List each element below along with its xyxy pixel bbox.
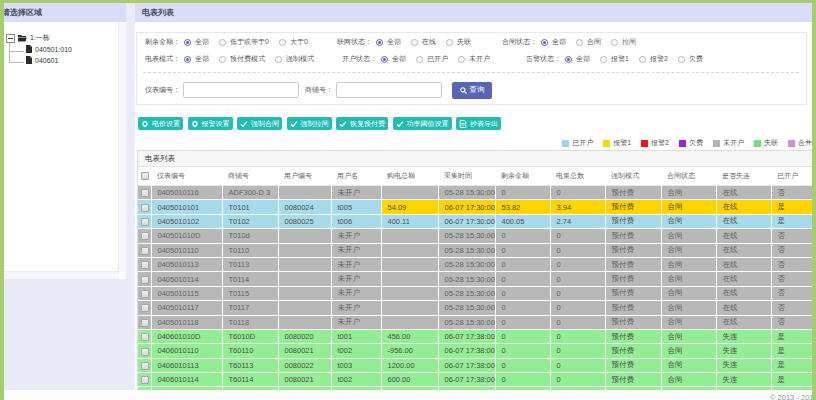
radio-icon[interactable] <box>219 39 226 46</box>
filter-radio-option[interactable]: 强制模式 <box>275 54 314 64</box>
table-row[interactable]: 0406010110T601100080021t002-956.0006-07 … <box>138 344 812 358</box>
table-cell: 合闸 <box>661 257 716 271</box>
filter-radio-option[interactable]: 失联 <box>446 37 471 47</box>
shop-no-input[interactable] <box>336 82 442 98</box>
table-row[interactable]: 0405010113T0113未开户05-28 15:30:0000预付费合闸在… <box>138 257 812 271</box>
radio-icon[interactable] <box>411 39 418 46</box>
tree-node-leaf[interactable]: 040601 <box>26 56 58 64</box>
radio-icon[interactable] <box>639 56 646 63</box>
row-checkbox[interactable] <box>141 261 149 269</box>
force-close-button[interactable]: 强制合闸 <box>237 117 282 130</box>
export-button[interactable]: 抄表导出 <box>456 117 501 130</box>
filter-radio-option[interactable]: 预付费模式 <box>219 54 265 64</box>
tree-node-label[interactable]: 040501:010 <box>35 46 72 53</box>
row-checkbox[interactable] <box>141 376 149 384</box>
filter-radio-option[interactable]: 报警1 <box>600 54 629 64</box>
table-row[interactable]: 0405010117T0117未开户05-28 15:30:0000预付费合闸在… <box>138 301 812 315</box>
filter-radio-option[interactable]: 低于或等于0 <box>219 37 269 47</box>
filter-group: 联网状态：全部在线失联 <box>337 37 481 47</box>
table-header-row: 仪表编号商铺号用户编号用户名购电总额采集时间剩余金额电量总数强制模式合闸状态是否… <box>138 167 812 186</box>
tree-node-root[interactable]: 1:一栋 <box>6 33 50 43</box>
tree-horizontal-scrollbar[interactable] <box>0 271 119 279</box>
row-checkbox[interactable] <box>141 304 149 312</box>
radio-icon[interactable] <box>600 56 607 63</box>
shop-no-label: 商铺号： <box>305 85 333 95</box>
row-checkbox[interactable] <box>141 348 149 356</box>
row-checkbox[interactable] <box>141 189 149 197</box>
filter-radio-option[interactable]: 全部 <box>184 37 209 47</box>
row-checkbox[interactable] <box>141 218 149 226</box>
filter-radio-option[interactable]: 未开户 <box>458 54 490 64</box>
filter-radio-option[interactable]: 拉闸 <box>611 37 636 47</box>
tree-connector-horizontal <box>9 62 24 63</box>
radio-icon[interactable] <box>565 56 572 63</box>
radio-icon[interactable] <box>279 39 286 46</box>
table-cell: 05-28 15:30:00 <box>438 186 495 200</box>
radio-icon[interactable] <box>611 39 618 46</box>
radio-label: 全部 <box>552 37 566 47</box>
radio-icon[interactable] <box>381 56 388 63</box>
filter-radio-option[interactable]: 大于0 <box>279 37 308 47</box>
filter-radio-option[interactable]: 全部 <box>541 37 566 47</box>
table-row[interactable]: 0405010118T0118未开户05-28 15:30:0000预付费合闸在… <box>138 315 812 329</box>
collapse-icon[interactable] <box>6 34 15 43</box>
radio-icon[interactable] <box>446 39 453 46</box>
row-checkbox[interactable] <box>141 290 149 298</box>
table-cell: 0 <box>550 358 605 372</box>
restore-prepaid-button[interactable]: 恢复预付费 <box>336 117 388 130</box>
table-cell: 0080025 <box>278 214 331 228</box>
table-row[interactable]: 0405010115T0115未开户05-28 15:30:0000预付费合闸在… <box>138 286 812 300</box>
table-cell: 0 <box>550 186 605 200</box>
radio-icon[interactable] <box>678 56 685 63</box>
radio-icon[interactable] <box>184 39 191 46</box>
radio-icon[interactable] <box>576 39 583 46</box>
radio-icon[interactable] <box>541 39 548 46</box>
radio-icon[interactable] <box>376 39 383 46</box>
row-checkbox[interactable] <box>141 276 149 284</box>
filter-radio-option[interactable]: 全部 <box>565 54 590 64</box>
tree-vertical-scrollbar[interactable] <box>118 22 126 272</box>
table-row[interactable]: 0405010114T0114未开户05-28 15:30:0000预付费合闸在… <box>138 272 812 286</box>
force-open-button[interactable]: 强制拉闸 <box>287 117 332 130</box>
table-row[interactable]: 0406010113T601130080022t0031200.0006-07 … <box>138 358 812 372</box>
radio-icon[interactable] <box>416 56 423 63</box>
radio-icon[interactable] <box>458 56 465 63</box>
copyright-text: © 2013 - 201 <box>770 393 813 400</box>
row-checkbox[interactable] <box>141 204 149 212</box>
price-settings-button[interactable]: 电价设置 <box>138 117 183 130</box>
radio-icon[interactable] <box>219 56 226 63</box>
filter-radio-option[interactable]: 欠费 <box>678 54 703 64</box>
row-checkbox[interactable] <box>141 333 149 341</box>
tree-node-label[interactable]: 1:一栋 <box>30 33 50 43</box>
filter-radio-option[interactable]: 全部 <box>376 37 401 47</box>
table-row[interactable]: 0406010114T601140080021t002600.0006-07 1… <box>138 373 812 387</box>
row-checkbox[interactable] <box>141 319 149 327</box>
table-row[interactable]: 040501010DT010d未开户05-28 15:30:0000预付费合闸在… <box>138 229 812 243</box>
meter-no-input[interactable] <box>183 82 299 98</box>
column-header: 是否失连 <box>716 167 771 186</box>
table-row[interactable]: 0405010101T01010080024t00554.0906-07 17:… <box>138 200 812 214</box>
table-row[interactable]: 0405010102T01020080025t006400.1106-07 17… <box>138 214 812 228</box>
tree-node-leaf[interactable]: 040501:010 <box>26 45 72 53</box>
radio-icon[interactable] <box>184 56 191 63</box>
filter-radio-option[interactable]: 全部 <box>184 54 209 64</box>
row-checkbox[interactable] <box>141 247 149 255</box>
row-checkbox[interactable] <box>141 232 149 240</box>
table-cell: 合闸 <box>661 315 716 329</box>
alarm-settings-button[interactable]: 报警设置 <box>188 117 233 130</box>
filter-radio-option[interactable]: 全部 <box>381 54 406 64</box>
filter-radio-option[interactable]: 已开户 <box>416 54 448 64</box>
query-button[interactable]: 查询 <box>452 82 492 99</box>
select-all-checkbox[interactable] <box>141 172 149 180</box>
region-tree-body: 1:一栋 040501:010 040601 <box>0 22 126 279</box>
table-row[interactable]: 0405010116ADF300-D 3未开户05-28 15:30:0000预… <box>138 186 812 200</box>
table-row[interactable]: 0405010110T0110未开户05-28 15:30:0000预付费合闸在… <box>138 243 812 257</box>
filter-radio-option[interactable]: 在线 <box>411 37 436 47</box>
table-row[interactable]: 040601010DT6010D0080020t001456.0006-07 1… <box>138 329 812 343</box>
row-checkbox[interactable] <box>141 362 149 370</box>
filter-radio-option[interactable]: 报警2 <box>639 54 668 64</box>
filter-radio-option[interactable]: 合闸 <box>576 37 601 47</box>
tree-node-label[interactable]: 040601 <box>35 57 58 64</box>
radio-icon[interactable] <box>275 56 282 63</box>
power-threshold-button[interactable]: 功率阈值设置 <box>393 117 452 130</box>
